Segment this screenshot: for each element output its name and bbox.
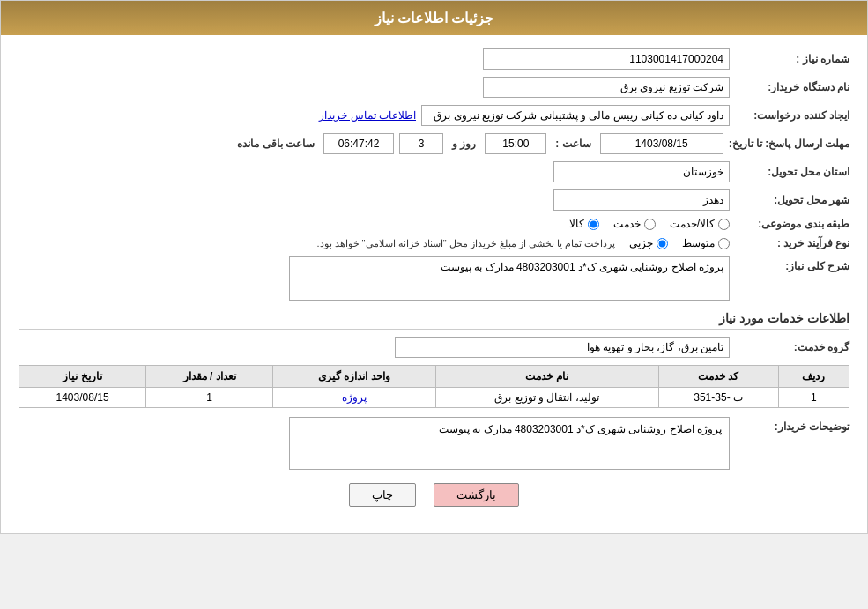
- buyer-notes-content: پروژه اصلاح روشنایی شهری ک*د 4803203001 …: [289, 417, 730, 470]
- col-date: تاریخ نیاز: [19, 366, 146, 388]
- province-label: استان محل تحویل:: [735, 166, 849, 178]
- purchase-type-label-motavasset: متوسط: [682, 237, 715, 249]
- deadline-time-label: ساعت :: [555, 137, 590, 150]
- cell-service-name: تولید، انتقال و توزیع برق: [435, 388, 658, 408]
- deadline-date-input[interactable]: [600, 133, 723, 154]
- purchase-type-radio-motavasset[interactable]: [718, 238, 730, 249]
- deadline-row: مهلت ارسال پاسخ: تا تاریخ: ساعت : روز و …: [19, 133, 849, 154]
- buyer-notes-label: توضیحات خریدار:: [735, 420, 849, 433]
- col-service-name: نام خدمت: [435, 366, 658, 388]
- services-table: ردیف کد خدمت نام خدمت واحد اندازه گیری ت…: [19, 365, 849, 408]
- col-service-code: کد خدمت: [658, 366, 778, 388]
- purchase-type-radio-jozii[interactable]: [657, 238, 668, 249]
- province-row: استان محل تحویل:: [19, 161, 849, 182]
- requester-label: ایجاد کننده درخواست:: [735, 109, 849, 122]
- cell-unit: پروژه: [273, 388, 435, 408]
- service-group-row: گروه خدمت:: [19, 337, 849, 358]
- category-radio-kala-khedmat[interactable]: [718, 219, 730, 230]
- deadline-remaining-label: ساعت باقی مانده: [237, 137, 315, 150]
- purchase-type-note: پرداخت تمام یا بخشی از مبلغ خریداز محل "…: [316, 238, 615, 249]
- requester-row: ایجاد کننده درخواست: داود کیانی ده کیانی…: [19, 105, 849, 126]
- category-option-kala-khedmat: کالا/خدمت: [670, 218, 730, 230]
- need-number-label: شماره نیاز :: [735, 53, 849, 65]
- col-quantity: تعداد / مقدار: [146, 366, 273, 388]
- category-option-khedmat: خدمت: [613, 218, 656, 230]
- cell-service-code: ت -35-351: [658, 388, 778, 408]
- category-radio-kala[interactable]: [588, 219, 599, 230]
- buyer-org-label: نام دستگاه خریدار:: [735, 81, 849, 93]
- purchase-type-option-motavasset: متوسط: [682, 237, 730, 249]
- contact-info-link[interactable]: اطلاعات تماس خریدار: [319, 109, 416, 122]
- deadline-days-label: روز و: [452, 137, 476, 150]
- service-group-input[interactable]: [395, 337, 730, 358]
- buyer-org-row: نام دستگاه خریدار:: [19, 77, 849, 98]
- need-number-row: شماره نیاز :: [19, 48, 849, 70]
- category-radio-group: کالا/خدمت خدمت کالا: [569, 218, 730, 230]
- cell-date: 1403/08/15: [19, 388, 146, 408]
- category-radio-khedmat[interactable]: [644, 219, 656, 230]
- table-row: 1 ت -35-351 تولید، انتقال و توزیع برق پر…: [19, 388, 849, 408]
- buyer-notes-row: توضیحات خریدار: پروژه اصلاح روشنایی شهری…: [19, 417, 849, 470]
- back-button[interactable]: بازگشت: [434, 483, 519, 507]
- purchase-type-radio-group: متوسط جزیی: [629, 237, 730, 249]
- print-button[interactable]: چاپ: [349, 483, 416, 507]
- deadline-time-input[interactable]: [485, 133, 546, 154]
- description-textarea[interactable]: پروژه اصلاح روشنایی شهری ک*د 4803203001 …: [289, 256, 730, 301]
- page-header: جزئیات اطلاعات نیاز: [1, 1, 867, 35]
- category-row: طبقه بندی موضوعی: کالا/خدمت خدمت کالا: [19, 218, 849, 230]
- category-label-kala: کالا: [569, 218, 584, 230]
- service-group-label: گروه خدمت:: [735, 341, 849, 353]
- page-title: جزئیات اطلاعات نیاز: [375, 11, 494, 26]
- services-section-title: اطلاعات خدمات مورد نیاز: [19, 311, 849, 330]
- city-row: شهر محل تحویل:: [19, 189, 849, 211]
- category-label: طبقه بندی موضوعی:: [735, 218, 849, 230]
- cell-quantity: 1: [146, 388, 273, 408]
- cell-row-num: 1: [778, 388, 849, 408]
- content-area: شماره نیاز : نام دستگاه خریدار: ایجاد کن…: [1, 35, 867, 533]
- category-label-khedmat: خدمت: [613, 218, 641, 230]
- need-number-input[interactable]: [483, 48, 730, 70]
- page-wrapper: جزئیات اطلاعات نیاز شماره نیاز : نام دست…: [0, 0, 868, 534]
- col-unit: واحد اندازه گیری: [273, 366, 435, 388]
- purchase-type-label-jozii: جزیی: [629, 237, 653, 249]
- category-label-kala-khedmat: کالا/خدمت: [670, 218, 715, 230]
- description-row: شرح کلی نیاز: پروژه اصلاح روشنایی شهری ک…: [19, 256, 849, 301]
- deadline-days-input[interactable]: [399, 133, 443, 154]
- city-input[interactable]: [553, 189, 730, 211]
- deadline-label: مهلت ارسال پاسخ: تا تاریخ:: [729, 137, 849, 150]
- purchase-type-option-jozii: جزیی: [629, 237, 668, 249]
- deadline-remaining-input[interactable]: [323, 133, 394, 154]
- city-label: شهر محل تحویل:: [735, 194, 849, 206]
- button-row: بازگشت چاپ: [19, 483, 849, 507]
- buyer-org-input[interactable]: [483, 77, 730, 98]
- col-row-num: ردیف: [778, 366, 849, 388]
- category-option-kala: کالا: [569, 218, 599, 230]
- province-input[interactable]: [553, 161, 730, 182]
- description-label: شرح کلی نیاز:: [735, 260, 849, 272]
- requester-value: داود کیانی ده کیانی رییس مالی و پشتیبانی…: [421, 105, 730, 126]
- purchase-type-label: نوع فرآیند خرید :: [735, 237, 849, 249]
- purchase-type-row: نوع فرآیند خرید : متوسط جزیی پرداخت تمام…: [19, 237, 849, 249]
